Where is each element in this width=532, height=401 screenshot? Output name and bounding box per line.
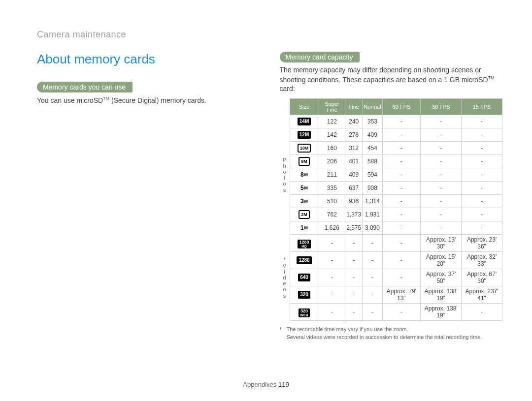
cell-superfine: - — [319, 235, 345, 252]
section-title: About memory cards — [37, 52, 260, 67]
cell-size: 9M — [290, 155, 319, 168]
cell-60fps: - — [382, 115, 421, 128]
table-row: 10M160312454--- — [280, 142, 502, 155]
cell-superfine: 211 — [319, 168, 345, 182]
pill-card-capacity: Memory card capacity — [280, 52, 360, 62]
size-icon: 1280 — [297, 256, 311, 264]
cell-fine: 278 — [345, 128, 363, 142]
cell-15fps: - — [462, 182, 502, 195]
cell-15fps: Approx. 23' 36" — [462, 235, 502, 252]
cell-size: 14M — [290, 115, 319, 128]
cell-normal: 1,931 — [363, 208, 382, 221]
note-2: Several videos were recorded in successi… — [287, 334, 482, 341]
cell-30fps: Approx. 13' 30" — [421, 235, 462, 252]
cell-normal: 3,090 — [363, 221, 382, 235]
cell-normal: 908 — [363, 182, 382, 195]
cell-superfine: 1,626 — [319, 221, 345, 235]
cell-normal: 588 — [363, 155, 382, 168]
left-body: You can use microSDTM (Secure Digital) m… — [37, 95, 260, 105]
cell-size: 2M — [290, 208, 319, 221]
table-row: 640----Approx. 37' 50"Approx. 67' 30" — [280, 269, 502, 286]
table-row: Photos14M122240353--- — [280, 115, 502, 128]
table-row: 2M7621,3731,931--- — [280, 208, 502, 221]
table-row: 9M206401588--- — [280, 155, 502, 168]
th-superfine: Super Fine — [319, 99, 345, 115]
tm-icon: TM — [488, 75, 495, 80]
size-icon: 2M — [299, 210, 310, 219]
cell-superfine: - — [319, 286, 345, 304]
cell-fine: 2,575 — [345, 221, 363, 235]
cell-superfine: - — [319, 269, 345, 286]
cell-30fps: Approx. 15' 20" — [421, 252, 462, 269]
size-icon: 12M — [298, 131, 311, 139]
cell-superfine: 762 — [319, 208, 345, 221]
table-row: *Videos1280HQ----Approx. 13' 30"Approx. … — [280, 235, 502, 252]
cell-normal: 454 — [363, 142, 382, 155]
cell-size: 320WEB — [290, 304, 319, 321]
cell-15fps: Approx. 67' 30" — [462, 269, 502, 286]
size-icon: 5M — [300, 185, 308, 191]
cell-fine: 637 — [345, 182, 363, 195]
right-column: Memory card capacity The memory capacity… — [280, 52, 503, 341]
pill-cards-you-can-use: Memory cards you can use — [37, 82, 133, 93]
table-notes: *The recordable time may vary if you use… — [280, 326, 503, 341]
row-group-videos: *Videos — [280, 235, 290, 321]
cell-15fps: - — [462, 155, 502, 168]
cell-60fps: - — [382, 269, 421, 286]
cell-30fps: - — [421, 182, 462, 195]
cell-60fps: - — [382, 221, 421, 235]
cell-30fps: Approx. 138' 19" — [421, 304, 462, 321]
cell-normal: - — [363, 252, 382, 269]
cell-fine: - — [345, 304, 363, 321]
footer-page: 119 — [278, 381, 289, 388]
cell-fine: 936 — [345, 195, 363, 208]
cell-superfine: 335 — [319, 182, 345, 195]
capacity-table: Size Super Fine Fine Normal 60 FPS 30 FP… — [280, 98, 503, 321]
page-footer: Appendixes 119 — [0, 381, 532, 388]
table-row: 320---Approx. 79' 13"Approx. 138' 19"App… — [280, 286, 502, 304]
size-icon: 3M — [300, 198, 308, 205]
th-normal: Normal — [363, 99, 382, 115]
size-icon: 1280HQ — [298, 240, 310, 248]
cell-fine: 401 — [345, 155, 363, 168]
cell-15fps: - — [462, 221, 502, 235]
cell-normal: - — [363, 304, 382, 321]
breadcrumb: Camera maintenance — [37, 30, 502, 40]
table-row: 1M1,6262,5753,090--- — [280, 221, 502, 235]
cell-60fps: - — [382, 168, 421, 182]
cell-fine: - — [345, 252, 363, 269]
table-row: 320WEB----Approx. 138' 19"- — [280, 304, 502, 321]
table-row: 12M142278409--- — [280, 128, 502, 142]
cell-superfine: 510 — [319, 195, 345, 208]
tm-icon: TM — [103, 96, 109, 101]
cell-30fps: - — [421, 168, 462, 182]
cell-size: 1280HQ — [290, 235, 319, 252]
cell-30fps: Approx. 138' 19" — [421, 286, 462, 304]
cell-60fps: - — [382, 235, 421, 252]
cell-30fps: - — [421, 208, 462, 221]
cell-size: 320 — [290, 286, 319, 304]
cell-size: 640 — [290, 269, 319, 286]
footer-label: Appendixes — [243, 381, 276, 388]
cell-60fps: - — [382, 304, 421, 321]
th-15fps: 15 FPS — [462, 99, 502, 115]
left-column: About memory cards Memory cards you can … — [37, 52, 260, 341]
cell-normal: - — [363, 269, 382, 286]
cell-size: 5M — [290, 182, 319, 195]
cell-15fps: - — [462, 115, 502, 128]
note-bullet-1: * — [280, 326, 284, 333]
size-icon: 8M — [300, 171, 308, 178]
cell-fine: 409 — [345, 168, 363, 182]
cell-30fps: - — [421, 195, 462, 208]
cell-superfine: 122 — [319, 115, 345, 128]
th-fine: Fine — [345, 99, 363, 115]
cell-fine: - — [345, 286, 363, 304]
cell-15fps: - — [462, 142, 502, 155]
cell-size: 3M — [290, 195, 319, 208]
cell-superfine: - — [319, 252, 345, 269]
page: Camera maintenance About memory cards Me… — [0, 0, 532, 401]
cell-size: 12M — [290, 128, 319, 142]
cell-30fps: - — [421, 128, 462, 142]
cell-superfine: 206 — [319, 155, 345, 168]
right-body-text2: card: — [280, 85, 295, 93]
